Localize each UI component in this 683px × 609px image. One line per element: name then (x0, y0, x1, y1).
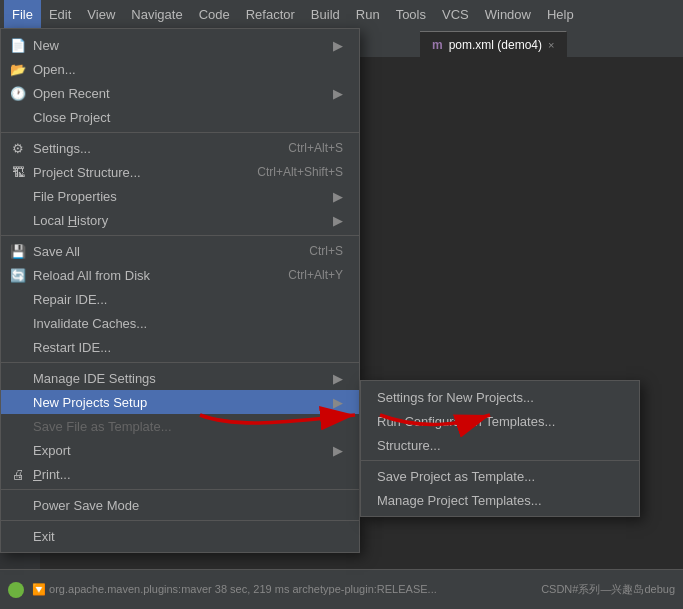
submenu-label-save-project-template: Save Project as Template... (377, 469, 535, 484)
separator-4 (1, 489, 359, 490)
menubar-item-window[interactable]: Window (477, 0, 539, 28)
menu-item-invalidate-caches[interactable]: Invalidate Caches... (1, 311, 359, 335)
menubar-item-view[interactable]: View (79, 0, 123, 28)
status-archetype: archetype-plugin:RELEASE... (292, 583, 436, 595)
separator-5 (1, 520, 359, 521)
menu-label-power-save-mode: Power Save Mode (33, 498, 139, 513)
menu-label-close-project: Close Project (33, 110, 110, 125)
reload-icon: 🔄 (9, 268, 27, 283)
status-icon (8, 582, 24, 598)
menu-item-exit[interactable]: Exit (1, 524, 359, 548)
menubar-item-code[interactable]: Code (191, 0, 238, 28)
menu-label-manage-ide-settings: Manage IDE Settings (33, 371, 156, 386)
status-timing: 38 sec, 219 ms (215, 583, 290, 595)
menubar-item-help[interactable]: Help (539, 0, 582, 28)
status-task-label: org.apache.maven.plugins:maver (49, 583, 212, 595)
new-icon: 📄 (9, 38, 27, 53)
submenu-item-structure[interactable]: Structure... (361, 433, 639, 457)
print-icon: 🖨 (9, 467, 27, 482)
submenu-label-run-config-templates: Run Configuration Templates... (377, 414, 555, 429)
recent-arrow-icon: ▶ (333, 86, 343, 101)
menubar-item-build[interactable]: Build (303, 0, 348, 28)
menubar-item-tools[interactable]: Tools (388, 0, 434, 28)
new-projects-setup-arrow-icon: ▶ (333, 395, 343, 410)
menu-label-reload: Reload All from Disk (33, 268, 150, 283)
menu-item-new[interactable]: 📄 New ▶ (1, 33, 359, 57)
menu-label-settings: Settings... (33, 141, 91, 156)
menu-label-save-file-template: Save File as Template... (33, 419, 172, 434)
submenu-label-manage-project-templates: Manage Project Templates... (377, 493, 542, 508)
submenu-item-settings-new-projects[interactable]: Settings for New Projects... (361, 385, 639, 409)
menubar-item-edit[interactable]: Edit (41, 0, 79, 28)
tab-icon: m (432, 38, 443, 52)
menubar-item-navigate[interactable]: Navigate (123, 0, 190, 28)
menu-item-save-all[interactable]: 💾 Save All Ctrl+S (1, 239, 359, 263)
menu-item-project-structure[interactable]: 🏗 Project Structure... Ctrl+Alt+Shift+S (1, 160, 359, 184)
menu-label-print: Print... (33, 467, 71, 482)
menu-label-project-structure: Project Structure... (33, 165, 141, 180)
menu-item-manage-ide-settings[interactable]: Manage IDE Settings ▶ (1, 366, 359, 390)
menu-item-reload[interactable]: 🔄 Reload All from Disk Ctrl+Alt+Y (1, 263, 359, 287)
menu-label-save-all: Save All (33, 244, 80, 259)
status-right: CSDN#系列—兴趣岛debug (541, 582, 675, 597)
menu-item-close-project[interactable]: Close Project (1, 105, 359, 129)
tab-filename: pom.xml (demo4) (449, 38, 542, 52)
submenu-separator-1 (361, 460, 639, 461)
menu-label-open-recent: Open Recent (33, 86, 110, 101)
tab-pom-xml[interactable]: m pom.xml (demo4) × (420, 31, 567, 57)
menu-item-new-projects-setup[interactable]: New Projects Setup ▶ (1, 390, 359, 414)
menu-label-open: Open... (33, 62, 76, 77)
manage-ide-arrow-icon: ▶ (333, 371, 343, 386)
menu-item-power-save-mode[interactable]: Power Save Mode (1, 493, 359, 517)
menu-label-new-projects-setup: New Projects Setup (33, 395, 147, 410)
save-icon: 💾 (9, 244, 27, 259)
menu-item-open-recent[interactable]: 🕐 Open Recent ▶ (1, 81, 359, 105)
menu-label-local-history: Local History (33, 213, 108, 228)
menu-label-repair-ide: Repair IDE... (33, 292, 107, 307)
menubar-item-file[interactable]: File (4, 0, 41, 28)
submenu-label-settings-new-projects: Settings for New Projects... (377, 390, 534, 405)
separator-1 (1, 132, 359, 133)
separator-2 (1, 235, 359, 236)
statusbar: 🔽 org.apache.maven.plugins:maver 38 sec,… (0, 569, 683, 609)
reload-shortcut: Ctrl+Alt+Y (288, 268, 343, 282)
recent-icon: 🕐 (9, 86, 27, 101)
submenu-label-structure: Structure... (377, 438, 441, 453)
menu-label-new: New (33, 38, 59, 53)
status-text: 🔽 org.apache.maven.plugins:maver 38 sec,… (32, 583, 437, 596)
tab-close-button[interactable]: × (548, 39, 554, 51)
separator-3 (1, 362, 359, 363)
status-task: 🔽 (32, 583, 49, 595)
menubar-item-run[interactable]: Run (348, 0, 388, 28)
menu-item-repair-ide[interactable]: Repair IDE... (1, 287, 359, 311)
menu-label-file-properties: File Properties (33, 189, 117, 204)
new-arrow-icon: ▶ (333, 38, 343, 53)
menu-item-restart-ide[interactable]: Restart IDE... (1, 335, 359, 359)
menu-item-save-file-template[interactable]: Save File as Template... (1, 414, 359, 438)
menubar-item-refactor[interactable]: Refactor (238, 0, 303, 28)
submenu-item-run-config-templates[interactable]: Run Configuration Templates... (361, 409, 639, 433)
submenu-item-save-project-template[interactable]: Save Project as Template... (361, 464, 639, 488)
menu-item-file-properties[interactable]: File Properties ▶ (1, 184, 359, 208)
menu-label-restart-ide: Restart IDE... (33, 340, 111, 355)
project-structure-shortcut: Ctrl+Alt+Shift+S (257, 165, 343, 179)
project-structure-icon: 🏗 (9, 165, 27, 180)
open-icon: 📂 (9, 62, 27, 77)
menubar-item-vcs[interactable]: VCS (434, 0, 477, 28)
menu-label-invalidate-caches: Invalidate Caches... (33, 316, 147, 331)
export-arrow-icon: ▶ (333, 443, 343, 458)
menu-item-open[interactable]: 📂 Open... (1, 57, 359, 81)
submenu-item-manage-project-templates[interactable]: Manage Project Templates... (361, 488, 639, 512)
menu-item-export[interactable]: Export ▶ (1, 438, 359, 462)
menu-item-local-history[interactable]: Local History ▶ (1, 208, 359, 232)
menu-item-print[interactable]: 🖨 Print... (1, 462, 359, 486)
menu-label-export: Export (33, 443, 71, 458)
file-properties-arrow-icon: ▶ (333, 189, 343, 204)
file-menu-dropdown: 📄 New ▶ 📂 Open... 🕐 Open Recent ▶ Close … (0, 28, 360, 553)
menu-label-exit: Exit (33, 529, 55, 544)
settings-icon: ⚙ (9, 141, 27, 156)
local-history-arrow-icon: ▶ (333, 213, 343, 228)
menu-item-settings[interactable]: ⚙ Settings... Ctrl+Alt+S (1, 136, 359, 160)
new-projects-setup-submenu: Settings for New Projects... Run Configu… (360, 380, 640, 517)
save-all-shortcut: Ctrl+S (309, 244, 343, 258)
